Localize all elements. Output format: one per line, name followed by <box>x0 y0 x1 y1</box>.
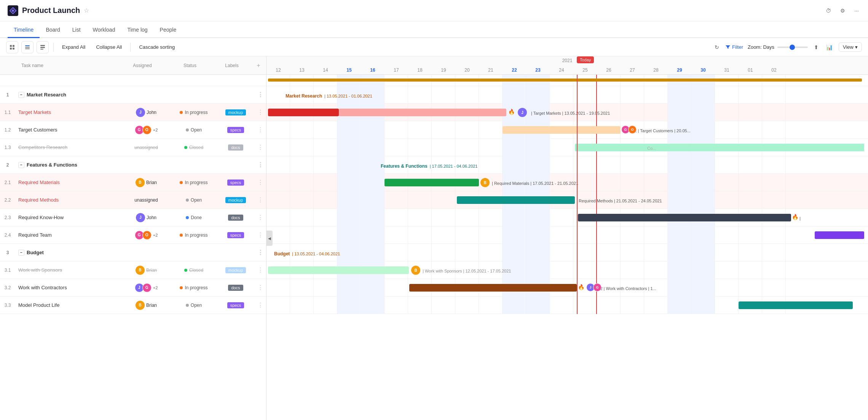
task-name-2-2[interactable]: Required Methods <box>18 197 59 203</box>
task-name-cell-3: − Budget <box>15 250 121 256</box>
row-actions-2-1[interactable]: ⋮ <box>255 179 266 186</box>
gantt-date-header: 2021 12 13 14 15 16 17 18 19 20 21 22 23… <box>266 56 868 75</box>
main-content: Task name Assigned Status Labels + 1 − M… <box>0 56 868 420</box>
date-22: 22 <box>503 67 526 73</box>
task-name-2-1[interactable]: Required Materials <box>18 180 60 185</box>
task-num-1-2: 1.2 <box>0 127 15 133</box>
settings-button[interactable]: ⚙ <box>839 6 847 15</box>
table-row: 1.3 Competitors Research unassigned Clos… <box>0 139 266 156</box>
assigned-cell-2-4: G O +2 <box>121 231 171 240</box>
row-actions-2-3[interactable]: ⋮ <box>255 214 266 221</box>
view-mode-icon-2[interactable] <box>21 41 34 53</box>
view-mode-icon-1[interactable] <box>6 41 18 53</box>
add-column-button[interactable]: + <box>251 62 266 69</box>
row-actions-3-2[interactable]: ⋮ <box>255 284 266 291</box>
label-badge-2-1[interactable]: specs <box>227 180 244 186</box>
collapse-button-3[interactable]: − <box>18 250 24 256</box>
collapse-button-1[interactable]: − <box>18 92 24 98</box>
status-dot-1-1 <box>180 111 183 114</box>
row-actions-2-4[interactable]: ⋮ <box>255 231 266 239</box>
budget-date: | 13.05.2021 - 04.06.2021 <box>292 252 340 256</box>
plus-badge-2-4: +2 <box>153 233 158 237</box>
collapse-all-button[interactable]: Collapse All <box>92 43 126 51</box>
expand-all-button[interactable]: Expand All <box>58 43 89 51</box>
task-name-3-3[interactable]: Model Product Life <box>18 302 59 308</box>
avatar-john-2-3: J <box>136 213 145 222</box>
task-name-cell-1-3: Competitors Research <box>15 144 121 150</box>
status-dot-2-3 <box>186 216 189 219</box>
export-button[interactable]: ⬆ <box>812 43 820 52</box>
labels-cell-2-3: docs <box>217 215 255 221</box>
gantt-year: 2021 <box>562 58 573 63</box>
svg-rect-8 <box>40 47 45 48</box>
tab-timelog[interactable]: Time log <box>121 21 153 38</box>
zoom-slider[interactable] <box>777 46 808 48</box>
assigned-text-3-1: Brian <box>146 268 157 273</box>
gantt-row-1-1: 🔥 J | Target Markets | 13.05.2021 - 19.0… <box>266 104 868 121</box>
star-icon[interactable]: ☆ <box>84 7 89 14</box>
task-name-3-2[interactable]: Work with Contractors <box>18 285 67 290</box>
labels-cell-1-3: docs <box>217 144 255 151</box>
row-actions-1-2[interactable]: ⋮ <box>255 126 266 133</box>
label-badge-3-2[interactable]: docs <box>228 285 243 291</box>
avatar-john: J <box>136 108 145 117</box>
row-actions-3-1[interactable]: ⋮ <box>255 266 266 274</box>
view-mode-icon-3[interactable] <box>37 41 49 53</box>
label-badge-1-1[interactable]: mockup <box>225 109 246 115</box>
target-markets-bar-pink <box>339 109 506 116</box>
cascade-sorting-button[interactable]: Cascade sorting <box>135 43 179 51</box>
task-name-1-3[interactable]: Competitors Research <box>18 144 67 150</box>
row-actions-1-1[interactable]: ⋮ <box>255 109 266 116</box>
row-actions-1[interactable]: ⋮ <box>255 91 266 98</box>
filter-button[interactable]: Filter <box>725 44 743 50</box>
collapse-button-2[interactable]: − <box>18 162 24 168</box>
zoom-slider-thumb[interactable] <box>790 45 795 50</box>
task-name-1-1[interactable]: Target Markets <box>18 109 51 115</box>
label-badge-2-4[interactable]: specs <box>227 232 244 238</box>
task-name-cell-3-2: Work with Contractors <box>15 285 121 290</box>
row-actions-2-2[interactable]: ⋮ <box>255 196 266 204</box>
avatar-group-1-2: G O <box>135 125 152 135</box>
market-research-text: Market Research <box>286 93 322 99</box>
status-dot-1-3 <box>184 146 187 149</box>
label-badge-1-3[interactable]: docs <box>228 144 243 151</box>
label-badge-2-2[interactable]: mockup <box>225 197 246 203</box>
toolbar-divider-1 <box>53 43 54 52</box>
label-badge-3-3[interactable]: specs <box>227 302 244 308</box>
more-button[interactable]: ··· <box>853 6 860 15</box>
task-name-2-3[interactable]: Required Know-How <box>18 215 64 220</box>
tab-people[interactable]: People <box>154 21 183 38</box>
gantt-collapse-handle[interactable]: ◀ <box>266 231 273 246</box>
task-name-3-1[interactable]: Work with Sponsors <box>18 267 62 273</box>
gantt-inner: 2021 12 13 14 15 16 17 18 19 20 21 22 23… <box>266 56 868 314</box>
row-actions-1-3[interactable]: ⋮ <box>255 144 266 151</box>
tab-timeline[interactable]: Timeline <box>8 21 40 38</box>
tab-list[interactable]: List <box>66 21 87 38</box>
date-27: 27 <box>621 67 644 73</box>
task-name-1-2[interactable]: Target Customers <box>18 127 57 133</box>
view-button[interactable]: View ▾ <box>839 42 862 52</box>
features-bar-label: Features & Functions | 17.05.2021 - 04.0… <box>381 164 477 169</box>
toolbar-right: ↻ Filter Zoom: Days ⬆ 📊 View ▾ <box>713 42 862 52</box>
row-actions-2[interactable]: ⋮ <box>255 161 266 168</box>
col-task-name-label: Task name <box>21 63 43 68</box>
label-badge-1-2[interactable]: specs <box>227 127 244 133</box>
task-num-3-1: 3.1 <box>0 268 15 273</box>
row-actions-3[interactable]: ⋮ <box>255 249 266 256</box>
label-badge-3-1[interactable]: mockup <box>225 267 246 273</box>
task-num-2-2: 2.2 <box>0 197 15 203</box>
status-text-2-4: In progress <box>185 232 207 238</box>
gantt-scroll-outer[interactable]: 2021 12 13 14 15 16 17 18 19 20 21 22 23… <box>266 56 868 420</box>
tab-workload[interactable]: Workload <box>87 21 121 38</box>
required-materials-bar <box>385 179 479 186</box>
tab-board[interactable]: Board <box>40 21 66 38</box>
task-name-2-4[interactable]: Required Team <box>18 232 52 238</box>
task-name-cell-2-3: Required Know-How <box>15 215 121 220</box>
table-row: 2.4 Required Team G O +2 In progress spe <box>0 226 266 244</box>
row-actions-3-3[interactable]: ⋮ <box>255 301 266 309</box>
label-badge-2-3[interactable]: docs <box>228 215 243 221</box>
date-25: 25 <box>573 67 597 73</box>
refresh-button[interactable]: ↻ <box>713 43 721 52</box>
history-button[interactable]: ⏱ <box>824 6 833 15</box>
chart-icon-button[interactable]: 📊 <box>825 43 834 52</box>
